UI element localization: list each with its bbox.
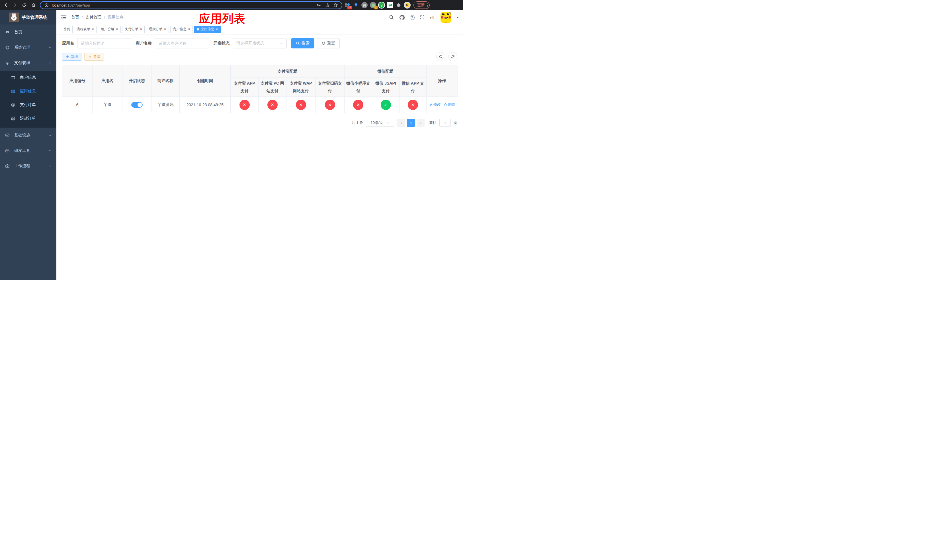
app-logo[interactable]: 芋道管理系统 [0,10,56,24]
group-column-header: 支付宝配置 [231,65,345,78]
edit-link[interactable]: 修改 [429,102,441,107]
tab-6[interactable]: 应用信息× [194,26,220,33]
extension-command-icon[interactable] [361,2,368,9]
sidebar-subitem-label: 退款订单 [20,116,52,121]
tab-close-icon[interactable]: × [188,28,190,31]
extension-badge: 10 [347,6,352,9]
sidebar-item-2[interactable]: ¥支付管理 [0,55,56,71]
fullscreen-icon[interactable] [419,15,425,20]
merchant-name-label: 商户名称 [136,41,152,46]
url-bar[interactable]: localhost:1024/pay/app [40,1,342,9]
enabled-toggle[interactable] [131,102,143,107]
extension-blocks-icon[interactable]: 10 [344,2,351,9]
cell-merchant: 芋道源码 [151,97,180,113]
chevron-down-icon [387,121,390,124]
status-disabled-icon: ✕ [408,100,418,110]
tab-3[interactable]: 支付订单× [122,26,145,33]
sidebar-item-5[interactable]: 工作流程 [0,158,56,174]
sidebar-subitem-1[interactable]: 应用信息 [0,84,56,98]
app-name-label: 应用名 [62,41,74,46]
breadcrumb-item: 应用信息 [107,15,124,20]
tab-close-icon[interactable]: × [164,28,166,31]
tab-5[interactable]: 商户信息× [170,26,193,33]
chevron-down-icon [48,149,52,152]
home-icon[interactable] [30,2,37,9]
column-header: 支付宝 PC 网站支付 [259,78,286,97]
export-button[interactable]: 导出 [84,53,104,61]
goto-page-input[interactable] [439,119,451,127]
tags-view: 首页流程表单×用户分组×支付订单×退款订单×商户信息×应用信息× [56,24,463,34]
sidebar-menu: 首页系统管理¥支付管理商户信息应用信息支付订单退款订单基础设施研发工具工作流程 [0,24,56,174]
info-icon[interactable] [43,2,50,8]
add-button[interactable]: 新增 [62,53,82,61]
page-size-select[interactable]: 10条/页 [366,119,394,127]
status-cell: ✕ [286,97,316,113]
reset-button[interactable]: 重置 [317,38,340,48]
tab-label: 退款订单 [149,27,162,32]
chevron-down-icon [48,133,52,137]
help-icon[interactable]: ? [410,15,415,20]
tab-close-icon[interactable]: × [92,28,94,31]
next-page-button[interactable] [416,119,425,127]
tab-close-icon[interactable]: × [116,28,118,31]
refresh-icon[interactable] [448,52,457,61]
tab-2[interactable]: 用户分组× [98,26,121,33]
extension-record-icon[interactable]: 1 [369,2,377,9]
browser-update-button[interactable]: 更新 [413,2,430,9]
column-header: 创建时间 [180,65,231,97]
breadcrumb: 首页/支付管理/应用信息 [71,15,124,20]
browser-menu-icon[interactable] [427,3,428,7]
tab-label: 支付订单 [125,27,138,32]
tab-0[interactable]: 首页 [61,26,73,33]
merchant-name-input[interactable] [155,38,209,48]
share-icon[interactable] [324,2,330,8]
search-button-label: 搜索 [301,41,310,46]
status-disabled-icon: ✕ [353,100,363,110]
tab-1[interactable]: 流程表单× [74,26,97,33]
delete-link-label: 删除 [448,102,455,107]
extension-pin-icon[interactable] [353,2,359,9]
sidebar-item-3[interactable]: 基础设施 [0,128,56,143]
breadcrumb-item[interactable]: 支付管理 [85,15,101,20]
prev-page-button[interactable] [397,119,405,127]
toggle-search-icon[interactable] [436,52,445,61]
password-key-icon[interactable] [316,2,322,8]
sidebar-item-1[interactable]: 系统管理 [0,40,56,55]
delete-link[interactable]: 删除 [443,102,455,107]
page-number-button[interactable]: 1 [407,119,415,127]
status-select[interactable]: 请选择开启状态 [233,38,287,48]
sidebar-subitem-2[interactable]: 支付订单 [0,98,56,112]
user-menu-caret-icon[interactable] [456,17,459,20]
cell-actions: 修改 删除 [427,97,458,113]
reload-icon[interactable] [21,2,28,9]
tab-close-icon[interactable]: × [140,28,142,31]
tab-label: 首页 [63,27,70,32]
font-size-icon[interactable]: TT [430,15,435,20]
extensions-puzzle-icon[interactable] [395,2,402,9]
sidebar-item-4[interactable]: 研发工具 [0,143,56,158]
back-icon[interactable] [2,2,10,9]
add-button-label: 新增 [71,54,78,59]
monitor-icon [5,133,10,138]
sidebar-fold-icon[interactable] [61,14,67,21]
app-name-input[interactable] [77,38,131,48]
tab-4[interactable]: 退款订单× [146,26,169,33]
sidebar-subitem-0[interactable]: 商户信息 [0,71,56,84]
extension-y-icon[interactable]: y [378,2,385,9]
chevron-down-icon [280,42,283,45]
sidebar-subitem-3[interactable]: 退款订单 [0,112,56,125]
forward-icon[interactable] [11,2,19,9]
extension-chat-icon[interactable] [387,2,393,9]
bookmark-star-icon[interactable] [333,2,339,8]
breadcrumb-item[interactable]: 首页 [71,15,79,20]
column-header: 应用编号 [62,65,92,97]
search-button[interactable]: 搜索 [291,38,314,48]
status-cell: ✕ [259,97,286,113]
header-search-icon[interactable] [389,15,394,20]
profile-avatar-icon[interactable] [404,2,411,9]
user-avatar[interactable] [440,12,451,23]
github-icon[interactable] [399,15,405,20]
tab-label: 商户信息 [173,27,186,32]
tab-close-icon[interactable]: × [216,28,218,31]
sidebar-item-0[interactable]: 首页 [0,24,56,40]
